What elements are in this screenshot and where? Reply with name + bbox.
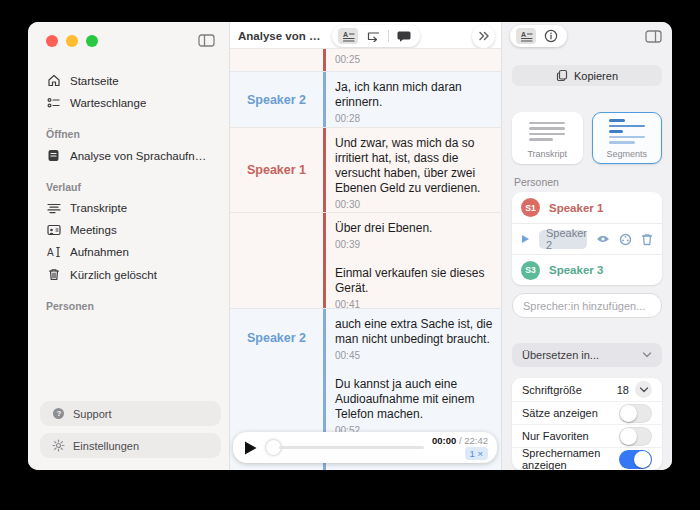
sidebar-nav: StartseiteWarteschlangeÖffnenAnalyse von… bbox=[28, 51, 229, 395]
segment-text: Ja, ich kann mich daran erinnern. bbox=[335, 80, 493, 110]
speaker-name[interactable]: Speaker 3 bbox=[549, 264, 603, 276]
sidebar-item-label: Warteschlange bbox=[70, 97, 146, 109]
home-icon bbox=[46, 74, 61, 87]
zoom-window-button[interactable] bbox=[86, 35, 98, 47]
segment-timestamp: 00:45 bbox=[335, 350, 493, 361]
speaker-label[interactable]: Speaker 2 bbox=[230, 72, 323, 127]
speaker-avatar[interactable]: S1 bbox=[521, 198, 540, 217]
add-speaker-input[interactable]: Sprecher:in hinzufügen... bbox=[512, 293, 662, 317]
seek-track[interactable] bbox=[279, 446, 424, 449]
sidebar-section-header: Verlauf bbox=[36, 167, 221, 197]
sidebar-item-home[interactable]: Startseite bbox=[36, 69, 221, 92]
transcript-segment[interactable]: Über drei Ebenen.00:39 bbox=[335, 213, 493, 250]
app-window: StartseiteWarteschlangeÖffnenAnalyse von… bbox=[28, 22, 672, 470]
info-icon[interactable] bbox=[541, 28, 561, 44]
einstellungen-button[interactable]: Einstellungen bbox=[40, 433, 221, 458]
speaker-label[interactable]: Speaker 1 bbox=[230, 128, 323, 212]
footer-button-label: Support bbox=[73, 408, 112, 420]
sidebar-item-document[interactable]: Analyse von Sprachaufnahmegeräten,... bbox=[36, 144, 221, 167]
person-row: S1Speaker 1 bbox=[512, 192, 662, 223]
inspector-panel: A Kopieren TranskriptSegments Personen S… bbox=[502, 22, 672, 470]
persons-header: Personen bbox=[514, 176, 660, 188]
setting-row: Schriftgröße18 bbox=[512, 378, 662, 401]
toggle-switch[interactable] bbox=[619, 450, 652, 469]
svg-text:A: A bbox=[521, 31, 526, 38]
time-display: 00:00 / 22:42 bbox=[432, 435, 488, 446]
inspector-body: Kopieren TranskriptSegments Personen S1S… bbox=[502, 48, 672, 470]
footer-button-label: Einstellungen bbox=[73, 440, 139, 452]
sidebar-item-meetings[interactable]: Meetings bbox=[36, 219, 221, 241]
sidebar-footer: ?SupportEinstellungen bbox=[28, 395, 229, 470]
sidebar-item-recordings[interactable]: AAufnahmen bbox=[36, 241, 221, 263]
toggle-left-sidebar-icon[interactable] bbox=[198, 34, 215, 47]
person-row: S3Speaker 3 bbox=[512, 254, 662, 285]
settings-card: Schriftgröße18Sätze anzeigenNur Favorite… bbox=[512, 378, 662, 470]
toolbar-divider bbox=[388, 30, 389, 42]
speaker-label[interactable] bbox=[230, 213, 323, 308]
double-chevron-right-icon bbox=[478, 31, 490, 41]
transcript-segment[interactable]: auch eine extra Sache ist, die man nicht… bbox=[335, 309, 493, 361]
inspector-mode-toolbar: A bbox=[510, 25, 567, 47]
text-view-icon[interactable]: A bbox=[338, 28, 358, 44]
transcript-segment[interactable]: Einmal verkaufen sie dieses Gerät.00:41 bbox=[335, 250, 493, 310]
sidebar-item-queue[interactable]: Warteschlange bbox=[36, 92, 221, 114]
trash-icon bbox=[46, 268, 61, 281]
toggle-right-sidebar-icon[interactable] bbox=[645, 30, 662, 43]
play-button[interactable] bbox=[243, 440, 258, 456]
overflow-button[interactable] bbox=[472, 25, 495, 48]
toggle-switch[interactable] bbox=[619, 404, 652, 423]
transcript-segment[interactable]: Ja, ich kann mich daran erinnern.00:28 bbox=[335, 72, 493, 124]
playback-speed-button[interactable]: 1 × bbox=[465, 447, 488, 460]
view-card-label: Transkript bbox=[527, 149, 567, 159]
transcript-group: Speaker 2Ja, ich kann mich daran erinner… bbox=[230, 71, 501, 127]
transcript-group: 00:25 bbox=[230, 48, 501, 71]
view-cards: TranskriptSegments bbox=[512, 112, 662, 164]
eye-icon[interactable] bbox=[596, 234, 610, 244]
font-size-stepper[interactable] bbox=[635, 381, 652, 398]
speaker-name[interactable]: Speaker 1 bbox=[549, 202, 603, 214]
transcript-segment[interactable]: Du kannst ja auch eine Audioaufnahme mit… bbox=[335, 361, 493, 436]
minimize-window-button[interactable] bbox=[66, 35, 78, 47]
view-card-transkript[interactable]: Transkript bbox=[512, 112, 583, 164]
transcript-toolbar: Analyse von Spra... A bbox=[230, 22, 501, 48]
segment-text: Über drei Ebenen. bbox=[335, 221, 493, 236]
seek-bar[interactable] bbox=[266, 440, 424, 455]
persons-card: S1Speaker 1Speaker 2S3Speaker 3 bbox=[512, 192, 662, 285]
setting-label: Sätze anzeigen bbox=[522, 407, 598, 419]
close-window-button[interactable] bbox=[46, 35, 58, 47]
speaker-avatar[interactable]: S3 bbox=[521, 261, 540, 280]
copy-button[interactable]: Kopieren bbox=[512, 65, 662, 86]
transkript-lines-icon bbox=[513, 113, 582, 149]
speaker-label[interactable] bbox=[230, 49, 323, 71]
translate-dropdown[interactable]: Übersetzen in... bbox=[512, 343, 662, 367]
text-view-icon[interactable]: A bbox=[516, 28, 536, 44]
view-card-segments[interactable]: Segments bbox=[592, 112, 663, 164]
trash-icon[interactable] bbox=[641, 233, 653, 246]
palette-icon[interactable] bbox=[619, 233, 632, 246]
play-sample-icon[interactable] bbox=[521, 234, 530, 244]
traffic-lights bbox=[46, 35, 98, 47]
speaker-name-input[interactable]: Speaker 2 bbox=[539, 230, 587, 249]
sidebar-item-transcripts[interactable]: Transkripte bbox=[36, 197, 221, 219]
support-button[interactable]: ?Support bbox=[40, 401, 221, 426]
transcript-group: Über drei Ebenen.00:39Einmal verkaufen s… bbox=[230, 212, 501, 308]
queue-icon bbox=[46, 97, 61, 109]
sidebar-item-label: Startseite bbox=[70, 75, 119, 87]
recordings-icon: A bbox=[46, 246, 61, 258]
transcript-group: Speaker 1Und zwar, was mich da so irriti… bbox=[230, 127, 501, 212]
toggle-switch[interactable] bbox=[619, 427, 652, 446]
window-controls bbox=[28, 22, 229, 51]
person-row-editing: Speaker 2 bbox=[512, 223, 662, 254]
segment-timestamp: 00:30 bbox=[335, 199, 493, 210]
indent-view-icon[interactable] bbox=[363, 28, 383, 44]
segment-timestamp: 00:39 bbox=[335, 239, 493, 250]
transcript-segment[interactable]: 00:25 bbox=[335, 49, 493, 65]
document-icon bbox=[46, 149, 61, 162]
transcript-segment[interactable]: Und zwar, was mich da so irritiert hat, … bbox=[335, 128, 493, 210]
sidebar-item-label: Analyse von Sprachaufnahmegeräten,... bbox=[70, 150, 211, 162]
inspector-toolbar: A bbox=[502, 22, 672, 48]
segment-text: Und zwar, was mich da so irritiert hat, … bbox=[335, 136, 493, 196]
comments-icon[interactable] bbox=[394, 28, 414, 44]
sidebar-item-trash[interactable]: Kürzlich gelöscht bbox=[36, 263, 221, 286]
segment-text: auch eine extra Sache ist, die man nicht… bbox=[335, 317, 493, 347]
